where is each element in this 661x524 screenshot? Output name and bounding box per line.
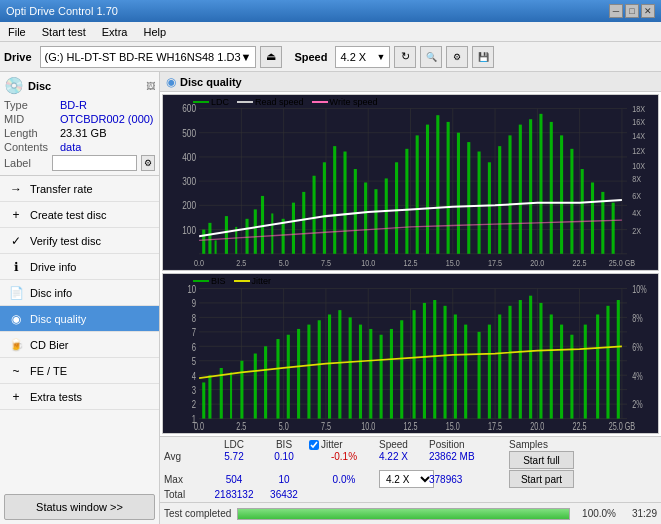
sidebar-item-disc-info[interactable]: 📄 Disc info [0, 280, 159, 306]
disc-label-button[interactable]: ⚙ [141, 155, 155, 171]
title-bar: Opti Drive Control 1.70 ─ □ ✕ [0, 0, 661, 22]
speed-dropdown[interactable]: 4.2 X [379, 470, 434, 488]
svg-text:5.0: 5.0 [279, 421, 289, 433]
sidebar-item-extra-tests[interactable]: + Extra tests [0, 384, 159, 410]
svg-text:18X: 18X [632, 104, 645, 115]
top-chart-svg: 600 500 400 300 200 100 18X 16X 14X 12X … [163, 95, 658, 270]
svg-rect-63 [385, 178, 388, 253]
svg-text:16X: 16X [632, 116, 645, 127]
svg-rect-50 [254, 209, 257, 253]
svg-rect-157 [454, 314, 457, 418]
svg-text:4%: 4% [632, 370, 643, 382]
svg-rect-79 [550, 122, 553, 254]
sidebar-item-transfer-rate[interactable]: → Transfer rate [0, 176, 159, 202]
disc-length-value: 23.31 GB [60, 127, 106, 139]
svg-rect-151 [390, 329, 393, 419]
stats-avg-label: Avg [164, 451, 209, 462]
svg-rect-76 [519, 125, 522, 254]
sidebar-item-label: Disc quality [30, 313, 86, 325]
start-part-button[interactable]: Start part [509, 470, 574, 488]
sidebar-item-fe-te[interactable]: ~ FE / TE [0, 358, 159, 384]
jitter-checkbox[interactable] [309, 440, 319, 450]
menu-start-test[interactable]: Start test [38, 24, 90, 40]
drive-select[interactable]: (G:) HL-DT-ST BD-RE WH16NS48 1.D3 ▼ [40, 46, 257, 68]
bis-legend-color [193, 280, 209, 282]
disc-type-row: Type BD-R [4, 99, 155, 111]
svg-rect-70 [457, 133, 460, 254]
close-button[interactable]: ✕ [641, 4, 655, 18]
svg-rect-65 [405, 149, 408, 254]
svg-text:2.5: 2.5 [236, 257, 246, 268]
refresh-button[interactable]: ↻ [394, 46, 416, 68]
sidebar-item-disc-quality[interactable]: ◉ Disc quality [0, 306, 159, 332]
disc-title: Disc [28, 80, 51, 92]
menu-file[interactable]: File [4, 24, 30, 40]
svg-rect-170 [596, 314, 599, 418]
svg-text:2X: 2X [632, 225, 641, 236]
svg-rect-140 [276, 339, 279, 419]
menu-help[interactable]: Help [139, 24, 170, 40]
sidebar-item-label: FE / TE [30, 365, 67, 377]
svg-rect-81 [570, 149, 573, 254]
drive-bar: Drive (G:) HL-DT-ST BD-RE WH16NS48 1.D3 … [0, 42, 661, 72]
ldc-legend-color [193, 101, 209, 103]
stats-bis-max: 10 [259, 474, 309, 485]
bottom-chart-svg: 10 9 8 7 6 5 4 3 2 1 10% 8% 6% 4% 2% [163, 274, 658, 433]
charts-wrapper: LDC Read speed Write speed [160, 92, 661, 436]
sidebar-item-drive-info[interactable]: ℹ Drive info [0, 254, 159, 280]
svg-text:12X: 12X [632, 145, 645, 156]
disc-icon: 💿 [4, 76, 24, 95]
read-speed-legend-label: Read speed [255, 97, 304, 107]
svg-text:10X: 10X [632, 160, 645, 171]
stats-bis-header: BIS [259, 439, 309, 450]
svg-rect-139 [264, 346, 267, 418]
svg-rect-136 [230, 372, 232, 418]
stats-ldc-avg: 5.72 [209, 451, 259, 462]
disc-mid-value: OTCBDR002 (000) [60, 113, 155, 125]
svg-rect-133 [202, 382, 205, 418]
svg-text:7.5: 7.5 [321, 421, 331, 433]
nav-list: → Transfer rate + Create test disc ✓ Ver… [0, 176, 159, 490]
svg-text:20.0: 20.0 [530, 257, 544, 268]
svg-rect-60 [354, 169, 357, 254]
sidebar-item-label: Drive info [30, 261, 76, 273]
drive-value: (G:) HL-DT-ST BD-RE WH16NS48 1.D3 [45, 51, 241, 63]
svg-rect-45 [208, 223, 211, 254]
disc-label-input[interactable] [52, 155, 137, 171]
stats-max-label: Max [164, 474, 209, 485]
svg-text:2: 2 [192, 398, 196, 411]
svg-text:6: 6 [192, 340, 196, 353]
svg-rect-142 [297, 329, 300, 419]
speed-select[interactable]: 4.2 X ▼ [335, 46, 390, 68]
status-window-button[interactable]: Status window >> [4, 494, 155, 520]
minimize-button[interactable]: ─ [609, 4, 623, 18]
disc-length-row: Length 23.31 GB [4, 127, 155, 139]
legend-bis: BIS [193, 276, 226, 286]
svg-rect-134 [208, 375, 211, 418]
disc-info-icon: 📄 [8, 285, 24, 301]
svg-rect-49 [246, 219, 249, 254]
eject-button[interactable]: ⏏ [260, 46, 282, 68]
maximize-button[interactable]: □ [625, 4, 639, 18]
svg-rect-168 [570, 335, 573, 419]
svg-text:400: 400 [182, 151, 196, 163]
chart-header: ◉ Disc quality [160, 72, 661, 92]
start-full-button[interactable]: Start full [509, 451, 574, 469]
stats-ldc-header: LDC [209, 439, 259, 450]
sidebar-item-create-test-disc[interactable]: + Create test disc [0, 202, 159, 228]
sidebar-item-cd-bier[interactable]: 🍺 CD Bier [0, 332, 159, 358]
svg-rect-54 [292, 203, 295, 254]
svg-text:15.0: 15.0 [446, 257, 460, 268]
svg-text:7: 7 [192, 326, 196, 339]
svg-text:12.5: 12.5 [403, 257, 417, 268]
svg-rect-146 [338, 310, 341, 418]
sidebar-item-verify-test-disc[interactable]: ✓ Verify test disc [0, 228, 159, 254]
svg-text:12.5: 12.5 [403, 421, 417, 433]
scan-button[interactable]: 🔍 [420, 46, 442, 68]
settings-button[interactable]: ⚙ [446, 46, 468, 68]
menu-extra[interactable]: Extra [98, 24, 132, 40]
save-button[interactable]: 💾 [472, 46, 494, 68]
transfer-rate-icon: → [8, 181, 24, 197]
disc-length-label: Length [4, 127, 56, 139]
stats-jitter-avg: -0.1% [309, 451, 379, 462]
